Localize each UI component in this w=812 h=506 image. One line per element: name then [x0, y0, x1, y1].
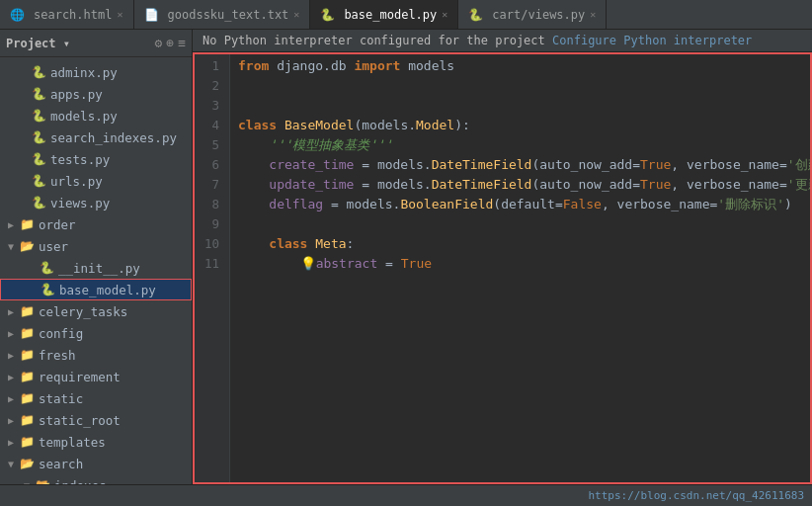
- sidebar: Project ▾ ⚙ ⊕ ≡ 🐍 adminx.py 🐍 apps.py: [0, 30, 193, 484]
- tree-item-templates[interactable]: ▶ 📁 templates: [0, 431, 192, 453]
- folder-icon-order: 📁: [20, 217, 35, 231]
- tree-label-order: order: [39, 217, 76, 232]
- tree-label-adminx: adminx.py: [50, 65, 118, 80]
- warning-text: No Python interpreter configured for the…: [203, 34, 552, 47]
- py-icon-apps: 🐍: [32, 87, 46, 101]
- code-line-3: [238, 96, 804, 116]
- tab-cart-views[interactable]: 🐍 cart/views.py ✕: [458, 0, 607, 29]
- tree-label-models: models.py: [50, 109, 118, 124]
- tree-item-adminx[interactable]: 🐍 adminx.py: [0, 61, 192, 83]
- tabs-bar: 🌐 search.html ✕ 📄 goodssku_text.txt ✕ 🐍 …: [0, 0, 812, 30]
- tree-item-urls[interactable]: 🐍 urls.py: [0, 170, 192, 192]
- folder-icon-search: 📂: [20, 457, 35, 470]
- tree-item-apps[interactable]: 🐍 apps.py: [0, 83, 192, 105]
- tab-base-model[interactable]: 🐍 base_model.py ✕: [310, 0, 458, 29]
- code-line-8: delflag = models.BooleanField(default=Fa…: [238, 195, 804, 214]
- tree-item-order[interactable]: ▶ 📁 order: [0, 213, 192, 235]
- close-icon-cart-views[interactable]: ✕: [590, 9, 596, 20]
- tree-item-static[interactable]: ▶ 📁 static: [0, 387, 192, 409]
- folder-icon-static-root: 📁: [20, 413, 35, 427]
- py-icon-search-indexes: 🐍: [32, 130, 46, 144]
- tree-item-static-root[interactable]: ▶ 📁 static_root: [0, 409, 192, 431]
- configure-python-link[interactable]: Configure Python interpreter: [552, 34, 752, 47]
- folder-icon-config: 📁: [20, 326, 35, 340]
- tab-goodssku[interactable]: 📄 goodssku_text.txt ✕: [134, 0, 311, 29]
- tab-label-goodssku: goodssku_text.txt: [168, 8, 289, 22]
- settings-icon[interactable]: ⚙: [155, 36, 163, 50]
- tree-item-views[interactable]: 🐍 views.py: [0, 192, 192, 213]
- tab-label-search-html: search.html: [34, 8, 112, 22]
- folder-icon-templates: 📁: [20, 435, 35, 449]
- bottom-bar-url[interactable]: https://blog.csdn.net/qq_42611683: [588, 489, 804, 502]
- close-icon-search-html[interactable]: ✕: [117, 9, 122, 20]
- code-content[interactable]: from django.db import models class BaseM…: [230, 52, 812, 484]
- tree-item-tests[interactable]: 🐍 tests.py: [0, 148, 192, 170]
- tree-item-fresh[interactable]: ▶ 📁 fresh: [0, 344, 192, 366]
- code-line-6: create_time = models.DateTimeField(auto_…: [238, 155, 804, 175]
- warning-bar: No Python interpreter configured for the…: [193, 30, 812, 52]
- gear-icon[interactable]: ≡: [178, 36, 186, 50]
- close-icon-base-model[interactable]: ✕: [442, 9, 447, 20]
- line-numbers: 1 2 3 4 5 6 7 8 9 10 11: [193, 52, 230, 484]
- tree-label-views: views.py: [50, 196, 110, 211]
- tree-label-templates: templates: [39, 435, 106, 450]
- main-area: Project ▾ ⚙ ⊕ ≡ 🐍 adminx.py 🐍 apps.py: [0, 30, 812, 484]
- folder-icon-requirement: 📁: [20, 370, 35, 383]
- sidebar-icons: ⚙ ⊕ ≡: [155, 36, 186, 50]
- tree-label-static: static: [39, 391, 83, 406]
- tab-icon-search-html: 🌐: [10, 8, 25, 22]
- plus-icon[interactable]: ⊕: [166, 36, 174, 50]
- tree-item-init[interactable]: 🐍 __init__.py: [0, 257, 192, 279]
- code-line-10: class Meta:: [238, 234, 804, 254]
- tree-label-base-model: base_model.py: [59, 283, 156, 297]
- sidebar-title: Project ▾: [6, 37, 155, 50]
- folder-icon-fresh: 📁: [20, 348, 35, 362]
- tree-item-models[interactable]: 🐍 models.py: [0, 105, 192, 126]
- tree-label-tests: tests.py: [50, 152, 110, 167]
- folder-icon-user: 📂: [20, 239, 35, 253]
- tree-label-celery-tasks: celery_tasks: [39, 304, 127, 319]
- tab-search-html[interactable]: 🌐 search.html ✕: [0, 0, 134, 29]
- tree-label-init: __init__.py: [58, 261, 140, 276]
- py-icon-models: 🐍: [32, 109, 46, 123]
- py-icon-tests: 🐍: [32, 152, 46, 166]
- py-icon-views: 🐍: [32, 196, 46, 210]
- tree-label-config: config: [39, 326, 83, 341]
- close-icon-goodssku[interactable]: ✕: [293, 9, 299, 20]
- code-line-1: from django.db import models: [238, 56, 804, 76]
- tab-icon-goodssku: 📄: [144, 8, 159, 22]
- tree-item-celery-tasks[interactable]: ▶ 📁 celery_tasks: [0, 300, 192, 322]
- folder-icon-celery: 📁: [20, 304, 35, 318]
- tree-item-user[interactable]: ▼ 📂 user: [0, 235, 192, 257]
- tree-item-config[interactable]: ▶ 📁 config: [0, 322, 192, 344]
- tab-icon-base-model: 🐍: [320, 8, 335, 22]
- code-line-4: class BaseModel(models.Model):: [238, 116, 804, 135]
- py-icon-init: 🐍: [40, 261, 54, 275]
- tree-item-indexes[interactable]: ▼ 📂 indexes: [0, 474, 192, 484]
- code-line-9: [238, 214, 804, 234]
- tree-item-requirement[interactable]: ▶ 📁 requirement: [0, 366, 192, 387]
- tree-item-base-model[interactable]: 🐍 base_model.py: [0, 279, 192, 300]
- tab-label-cart-views: cart/views.py: [492, 8, 585, 22]
- folder-icon-static: 📁: [20, 391, 35, 405]
- code-line-11: 💡abstract = True: [238, 254, 804, 274]
- code-line-2: [238, 76, 804, 96]
- editor-area: No Python interpreter configured for the…: [193, 30, 812, 484]
- sidebar-tree: 🐍 adminx.py 🐍 apps.py 🐍 models.py: [0, 57, 192, 484]
- tab-label-base-model: base_model.py: [344, 8, 437, 22]
- bottom-bar: https://blog.csdn.net/qq_42611683: [0, 484, 812, 506]
- tree-label-static-root: static_root: [39, 413, 121, 428]
- py-icon: 🐍: [32, 65, 46, 79]
- code-line-7: update_time = models.DateTimeField(auto_…: [238, 175, 804, 195]
- tree-label-apps: apps.py: [50, 87, 103, 102]
- tree-label-user: user: [39, 239, 68, 254]
- tree-label-requirement: requirement: [39, 370, 121, 384]
- code-line-5: '''模型抽象基类''': [238, 135, 804, 155]
- tree-label-search-indexes: search_indexes.py: [50, 130, 177, 145]
- tab-icon-cart-views: 🐍: [468, 8, 483, 22]
- tree-label-search: search: [39, 457, 83, 471]
- tree-item-search-indexes[interactable]: 🐍 search_indexes.py: [0, 126, 192, 148]
- code-editor[interactable]: 1 2 3 4 5 6 7 8 9 10 11 from django.db i…: [193, 52, 812, 484]
- py-icon-urls: 🐍: [32, 174, 46, 188]
- tree-item-search[interactable]: ▼ 📂 search: [0, 453, 192, 474]
